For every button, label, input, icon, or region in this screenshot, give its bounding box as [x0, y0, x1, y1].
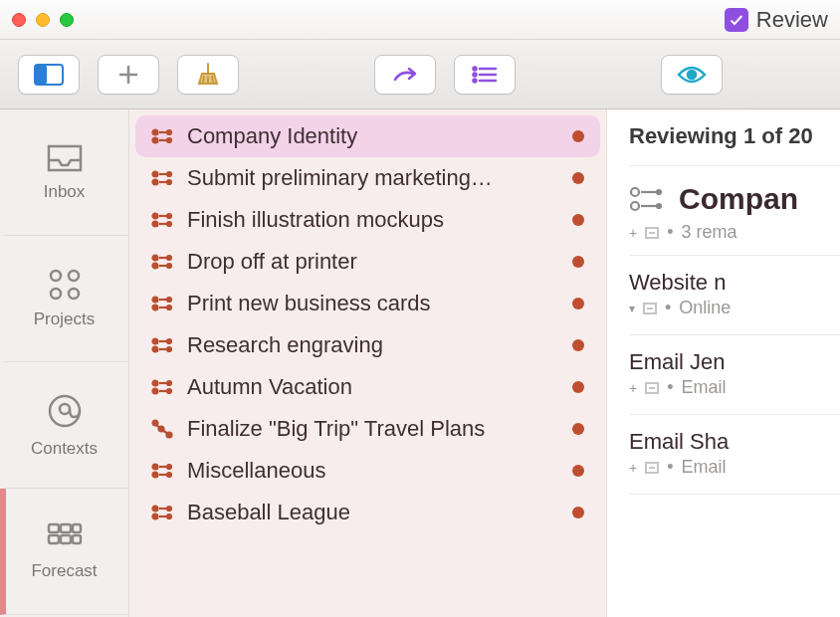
detail-item-context: Email	[682, 457, 727, 478]
review-list-label: Finalize "Big Trip" Travel Plans	[187, 416, 558, 442]
add-note-icon[interactable]: +	[629, 460, 637, 476]
svg-point-79	[167, 473, 171, 477]
svg-point-56	[167, 306, 171, 309]
sidebar-tab-inbox[interactable]: Inbox	[0, 109, 128, 236]
svg-point-19	[50, 396, 80, 426]
meta-sep: •	[667, 457, 673, 478]
svg-point-33	[153, 172, 158, 177]
add-note-icon[interactable]: +	[629, 225, 637, 241]
project-title[interactable]: Compan	[679, 182, 798, 216]
svg-rect-26	[73, 535, 81, 543]
review-list-label: Miscellaneous	[187, 458, 558, 484]
review-list-row[interactable]: Finalize "Big Trip" Travel Plans	[135, 408, 600, 450]
review-flag-dot	[572, 214, 584, 226]
review-list-row[interactable]: Finish illustration mockups	[135, 199, 600, 241]
sidebar-tab-contexts[interactable]: Contexts	[0, 362, 128, 489]
review-list-row[interactable]: Baseball League	[135, 492, 600, 533]
svg-point-37	[167, 172, 171, 176]
review-list-label: Print new business cards	[187, 291, 558, 316]
svg-point-63	[153, 381, 158, 386]
svg-point-46	[153, 264, 158, 269]
cleanup-button[interactable]	[177, 55, 239, 95]
review-list-label: Submit preliminary marketing…	[187, 165, 558, 191]
zoom-window-button[interactable]	[60, 13, 74, 27]
review-perspective-button[interactable]	[661, 55, 723, 95]
review-list-label: Finish illustration mockups	[187, 207, 558, 233]
forecast-icon	[45, 521, 85, 553]
traffic-lights	[12, 13, 74, 27]
svg-point-34	[153, 180, 158, 185]
sidebar-tab-label: Forecast	[31, 561, 97, 581]
parallel-project-icon	[151, 125, 173, 147]
parallel-project-icon	[151, 209, 173, 231]
meta-sep: •	[667, 377, 673, 398]
note-icon	[645, 382, 659, 394]
svg-point-18	[69, 289, 79, 299]
detail-item-meta: +•Email	[629, 375, 840, 410]
review-list-row[interactable]: Drop off at printer	[135, 241, 600, 283]
close-window-button[interactable]	[12, 13, 26, 27]
svg-point-81	[153, 514, 158, 519]
detail-item[interactable]: Email Sha+•Email	[629, 415, 840, 494]
sidebar-tab-forecast[interactable]: Forecast	[0, 489, 128, 615]
review-list-row[interactable]: Miscellaneous	[135, 450, 600, 492]
svg-point-57	[153, 339, 158, 344]
review-list-row[interactable]: Company Identity	[135, 115, 600, 157]
svg-line-7	[212, 77, 213, 83]
detail-item-context: Online	[679, 298, 731, 318]
detail-item-context: Email	[682, 377, 727, 398]
svg-point-68	[167, 389, 171, 393]
review-list-label: Research engraving	[187, 332, 558, 358]
svg-rect-22	[61, 524, 71, 532]
add-button[interactable]	[98, 55, 159, 95]
detail-item[interactable]: Website n▾•Online	[629, 256, 840, 334]
view-options-button[interactable]	[454, 55, 516, 95]
svg-point-38	[167, 180, 171, 184]
svg-point-28	[153, 138, 158, 143]
review-list-row[interactable]: Submit preliminary marketing…	[135, 157, 600, 199]
add-note-icon[interactable]: +	[629, 380, 637, 396]
parallel-project-icon	[151, 376, 173, 398]
arrow-right-icon	[391, 64, 419, 86]
review-list-row[interactable]: Research engraving	[135, 324, 600, 366]
svg-point-12	[474, 79, 477, 82]
svg-point-39	[153, 214, 158, 219]
broom-icon	[195, 62, 221, 88]
contexts-icon	[45, 391, 85, 431]
meta-sep: •	[667, 222, 673, 243]
svg-point-74	[153, 465, 158, 470]
review-flag-dot	[572, 381, 584, 393]
svg-line-5	[203, 77, 204, 83]
toggle-sidebar-button[interactable]	[18, 55, 80, 95]
svg-point-80	[153, 507, 158, 512]
svg-point-10	[474, 73, 477, 76]
note-icon	[643, 303, 657, 314]
svg-point-61	[167, 339, 171, 343]
svg-point-55	[167, 298, 171, 302]
title-mode-label: Review	[756, 7, 828, 33]
svg-point-20	[60, 404, 70, 414]
review-flag-dot	[572, 256, 584, 268]
svg-point-64	[153, 389, 158, 394]
minimize-window-button[interactable]	[36, 13, 50, 27]
chevron-down-icon[interactable]: ▾	[629, 302, 635, 315]
svg-point-52	[153, 306, 158, 310]
review-list-row[interactable]: Autumn Vacation	[135, 366, 600, 408]
sidebar-tab-projects[interactable]: Projects	[0, 236, 128, 362]
quick-open-button[interactable]	[374, 55, 436, 95]
project-remaining: 3 rema	[682, 222, 737, 243]
plus-icon	[117, 64, 139, 86]
review-list-row[interactable]: Print new business cards	[135, 283, 600, 324]
review-app-icon	[725, 8, 748, 32]
svg-point-45	[153, 256, 158, 261]
inbox-icon	[45, 142, 85, 174]
svg-rect-23	[73, 524, 81, 532]
svg-rect-21	[49, 524, 59, 532]
svg-point-31	[167, 130, 171, 134]
svg-point-43	[167, 214, 171, 218]
review-flag-dot	[572, 298, 584, 309]
parallel-project-icon	[151, 293, 173, 314]
detail-item-title: Email Jen	[629, 349, 840, 375]
detail-item[interactable]: Email Jen+•Email	[629, 335, 840, 414]
svg-point-51	[153, 298, 158, 303]
